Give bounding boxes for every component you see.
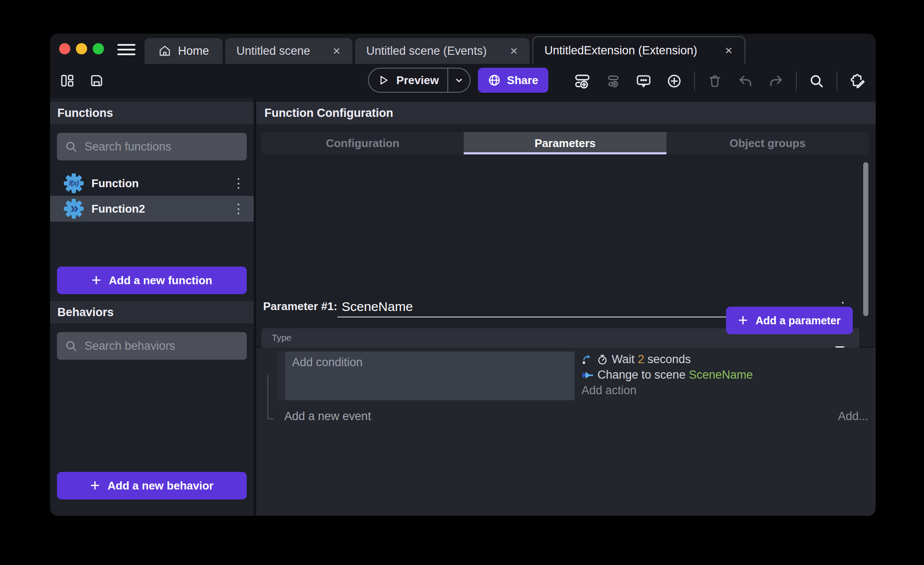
add-more-link[interactable]: Add... xyxy=(838,410,868,423)
actions-column: Wait 2 seconds Change to scene SceneName xyxy=(581,352,753,400)
list-item-function2[interactable]: » Function2 ⋮ xyxy=(50,196,254,222)
globe-icon xyxy=(488,74,501,87)
tab-label: Home xyxy=(178,44,209,58)
behaviors-header-label: Behaviors xyxy=(57,306,114,319)
function-configuration-header: Function Configuration xyxy=(256,102,876,124)
configuration-tabs: Configuration Parameters Object groups xyxy=(261,132,869,154)
change-scene-action-row[interactable]: Change to scene SceneName xyxy=(581,368,753,382)
toolbar-right xyxy=(572,69,868,94)
undo-icon[interactable] xyxy=(735,70,756,92)
function-gear-icon: f(x) xyxy=(63,173,84,194)
add-subevent-icon[interactable] xyxy=(602,70,624,92)
window-body: Functions xyxy=(50,98,876,516)
tab-home[interactable]: Home xyxy=(145,38,223,64)
preview-button[interactable]: Preview xyxy=(368,68,471,93)
add-new-function-button[interactable]: + Add a new function xyxy=(57,267,247,294)
tab-strip: Home Untitled scene × Untitled scene (Ev… xyxy=(145,36,745,64)
close-tab-icon[interactable]: × xyxy=(509,44,519,57)
stopwatch-icon xyxy=(597,354,608,365)
home-icon xyxy=(158,44,172,58)
functions-list: f(x) Function ⋮ xyxy=(50,171,254,222)
plus-icon: + xyxy=(90,477,100,493)
add-event-row: Add a new event Add... xyxy=(256,410,876,423)
search-icon xyxy=(65,339,78,352)
tab-untitled-scene-events[interactable]: Untitled scene (Events) × xyxy=(355,38,530,64)
tab-untitled-scene[interactable]: Untitled scene × xyxy=(225,38,352,64)
tab-untitled-extension[interactable]: UntitledExtension (Extension) × xyxy=(532,36,745,64)
sidebar: Functions xyxy=(50,98,254,516)
close-tab-icon[interactable]: × xyxy=(332,44,341,57)
function-menu-kebab-icon[interactable]: ⋮ xyxy=(232,202,245,215)
plus-icon: + xyxy=(91,272,101,288)
scrollbar-thumb[interactable] xyxy=(863,162,868,316)
events-sheet: Add condition xyxy=(256,348,876,516)
wait-action-row[interactable]: Wait 2 seconds xyxy=(581,353,753,366)
async-icon xyxy=(581,354,593,365)
add-new-behavior-button[interactable]: + Add a new behavior xyxy=(57,472,247,499)
tab-object-groups[interactable]: Object groups xyxy=(666,132,869,154)
tab-label: UntitledExtension (Extension) xyxy=(544,44,697,57)
tab-parameters[interactable]: Parameters xyxy=(464,132,666,154)
play-icon xyxy=(377,74,390,86)
panels-layout-icon[interactable] xyxy=(57,69,78,92)
page-title: Function Configuration xyxy=(264,107,393,120)
menu-hamburger-icon[interactable] xyxy=(117,44,135,55)
redo-icon[interactable] xyxy=(765,70,787,92)
function-name: Function xyxy=(91,177,225,190)
preview-options-chevron[interactable] xyxy=(448,75,470,86)
add-action-link[interactable]: Add action xyxy=(581,384,753,397)
close-tab-icon[interactable]: × xyxy=(724,44,733,57)
functions-header-label: Functions xyxy=(57,107,113,120)
app-window: Home Untitled scene × Untitled scene (Ev… xyxy=(50,34,876,516)
toolbar-left xyxy=(57,69,107,92)
event-block: Add condition xyxy=(277,352,753,400)
add-parameter-button[interactable]: + Add a parameter xyxy=(726,307,853,334)
add-condition-area[interactable]: Add condition xyxy=(285,352,575,400)
chevron-down-icon xyxy=(453,75,465,86)
add-circle-icon[interactable] xyxy=(663,70,685,92)
plus-icon: + xyxy=(738,312,748,328)
delete-icon[interactable] xyxy=(704,70,726,92)
close-window-button[interactable] xyxy=(59,43,70,54)
preview-label: Preview xyxy=(396,74,439,87)
add-event-icon[interactable] xyxy=(572,70,593,92)
parameters-panel: Configuration Parameters Object groups P… xyxy=(256,124,876,347)
window-controls xyxy=(59,43,104,54)
add-new-event-link[interactable]: Add a new event xyxy=(284,410,371,423)
search-behaviors-input[interactable] xyxy=(85,339,239,353)
list-item-function[interactable]: f(x) Function ⋮ xyxy=(50,171,254,196)
functions-section-header: Functions xyxy=(50,102,254,124)
share-button[interactable]: Share xyxy=(478,68,548,93)
share-label: Share xyxy=(507,74,538,87)
tab-label: Untitled scene xyxy=(236,44,310,58)
tab-label: Untitled scene (Events) xyxy=(366,44,487,58)
parameter-index-label: Parameter #1: xyxy=(263,300,337,317)
tab-configuration[interactable]: Configuration xyxy=(261,132,464,154)
main-panel: Function Configuration Configuration Par… xyxy=(256,98,876,516)
edit-extension-icon[interactable] xyxy=(846,70,868,92)
minimize-window-button[interactable] xyxy=(76,43,87,54)
search-functions-field[interactable] xyxy=(57,133,247,160)
search-icon[interactable] xyxy=(806,70,827,92)
toolbar: Preview Share xyxy=(50,64,876,98)
scene-name-value: SceneName xyxy=(689,368,753,381)
search-behaviors-field[interactable] xyxy=(57,332,247,360)
behaviors-section-header: Behaviors xyxy=(50,301,254,323)
search-functions-input[interactable] xyxy=(85,140,239,154)
function-menu-kebab-icon[interactable]: ⋮ xyxy=(232,177,245,190)
search-icon xyxy=(65,140,78,153)
save-icon[interactable] xyxy=(86,69,107,92)
change-scene-arrow-icon xyxy=(581,370,594,380)
add-comment-icon[interactable] xyxy=(633,70,654,92)
zoom-window-button[interactable] xyxy=(93,43,104,54)
function-name: Function2 xyxy=(91,202,225,216)
tab-bar: Home Untitled scene × Untitled scene (Ev… xyxy=(50,34,876,64)
wait-seconds-value: 2 xyxy=(638,353,644,366)
event-color-strip xyxy=(277,352,285,400)
function2-gear-icon: » xyxy=(63,198,84,219)
